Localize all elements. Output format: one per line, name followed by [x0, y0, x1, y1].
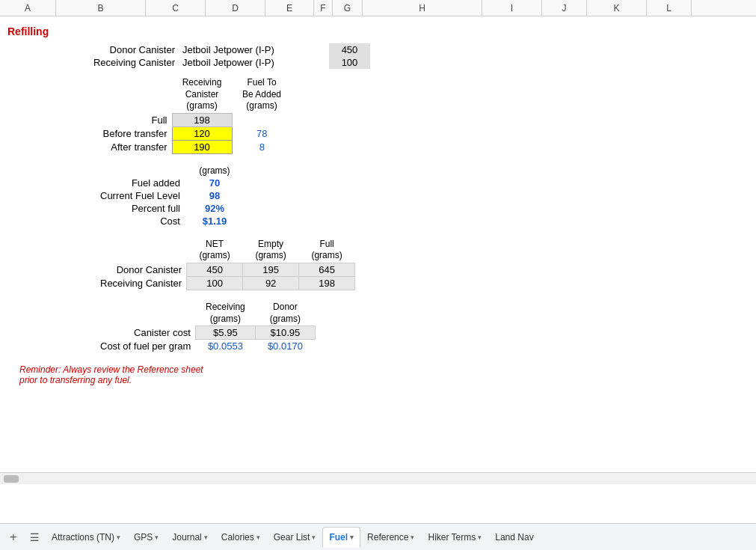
tab-landnav-label: Land Nav	[495, 532, 533, 543]
scrollbar-thumb[interactable]	[4, 475, 19, 483]
receiving-canister-name: Jetboil Jetpower (I-P)	[179, 56, 329, 69]
column-headers: A B C D E F G H I J K L	[0, 0, 756, 16]
tab-journal-label: Journal	[172, 532, 201, 543]
receiving-empty: 92	[243, 276, 299, 290]
tab-gps-arrow: ▾	[155, 534, 159, 541]
col-header-c: C	[146, 0, 206, 16]
reminder-line2: prior to transferring any fuel.	[19, 375, 756, 385]
reminder-line1: Reminder: Always review the Reference sh…	[19, 364, 756, 375]
tab-landnav[interactable]: Land Nav	[488, 527, 540, 548]
donor-canister-name: Jetboil Jetpower (I-P)	[179, 43, 329, 56]
donor-cost-header: Donor (grams)	[255, 301, 315, 326]
col2-header: Fuel To Be Added (grams)	[232, 76, 292, 113]
tab-reference[interactable]: Reference ▾	[360, 527, 421, 548]
cost-label: Cost	[97, 215, 185, 227]
tab-gearlist-arrow: ▾	[312, 534, 316, 541]
cost-per-gram-donor: $0.0170	[255, 340, 315, 353]
tab-calories-label: Calories	[221, 532, 254, 543]
tab-calories[interactable]: Calories ▾	[215, 527, 267, 548]
col-header-i: I	[482, 0, 542, 16]
col-header-g: G	[333, 0, 363, 16]
after-transfer-label: After transfer	[97, 140, 172, 153]
col-header-f: F	[314, 0, 333, 16]
empty-header: Empty (grams)	[243, 238, 299, 263]
tab-hikerterms-arrow: ▾	[478, 534, 482, 541]
grams-header: (grams)	[185, 165, 245, 177]
col-header-b: B	[56, 0, 146, 16]
tab-journal[interactable]: Journal ▾	[165, 527, 214, 548]
col-header-j: J	[542, 0, 587, 16]
donor-empty: 195	[243, 263, 299, 276]
receiving-canister-row-label: Receiving Canister	[97, 276, 187, 290]
tab-attractions-arrow: ▾	[117, 534, 120, 541]
full-header: Full (grams)	[299, 238, 355, 263]
col-header-d: D	[206, 0, 265, 16]
after-fuel-value: 8	[232, 140, 292, 153]
after-transfer-value[interactable]: 190	[172, 140, 232, 153]
sheet-menu-button[interactable]: ☰	[24, 527, 45, 548]
donor-canister-label: Donor Canister	[7, 43, 179, 56]
receiving-full: 198	[299, 276, 355, 290]
current-fuel-value: 98	[185, 189, 245, 202]
donor-canister-value: 450	[329, 43, 370, 56]
tab-journal-arrow: ▾	[204, 534, 208, 541]
before-transfer-label: Before transfer	[97, 126, 172, 140]
receiving-canister-label: Receiving Canister	[7, 56, 179, 69]
col-header-k: K	[587, 0, 647, 16]
col1-header: Receiving Canister (grams)	[172, 76, 232, 113]
sheet-content: Refilling Donor Canister Jetboil Jetpowe…	[0, 16, 756, 511]
fuel-added-label: Fuel added	[97, 177, 185, 189]
current-fuel-label: Current Fuel Level	[97, 189, 185, 202]
reminder-block: Reminder: Always review the Reference sh…	[19, 364, 756, 385]
tab-calories-arrow: ▾	[256, 534, 260, 541]
receiving-cost-header: Receiving (grams)	[195, 301, 255, 326]
donor-net: 450	[187, 263, 243, 276]
cost-value: $1.19	[185, 215, 245, 227]
full-value[interactable]: 198	[172, 113, 232, 126]
page-title: Refilling	[0, 22, 756, 43]
tab-gps[interactable]: GPS ▾	[127, 527, 165, 548]
tab-gearlist-label: Gear List	[274, 532, 310, 543]
tab-fuel-arrow: ▾	[350, 534, 354, 541]
receiving-canister-value: 100	[329, 56, 370, 69]
tab-attractions[interactable]: Attractions (TN) ▾	[45, 527, 127, 548]
tab-reference-label: Reference	[367, 532, 408, 543]
full-label: Full	[97, 113, 172, 126]
canister-cost-donor[interactable]: $10.95	[255, 326, 315, 340]
tab-bar: + ☰ Attractions (TN) ▾ GPS ▾ Journal ▾ C…	[0, 523, 756, 550]
percent-full-value: 92%	[185, 202, 245, 215]
add-sheet-button[interactable]: +	[3, 527, 24, 548]
tab-attractions-label: Attractions (TN)	[52, 532, 114, 543]
tab-hikerterms[interactable]: Hiker Terms ▾	[421, 527, 488, 548]
donor-canister-row-label: Donor Canister	[97, 263, 187, 276]
tab-gps-label: GPS	[134, 532, 153, 543]
tab-gearlist[interactable]: Gear List ▾	[267, 527, 323, 548]
cost-per-gram-label: Cost of fuel per gram	[97, 340, 195, 353]
receiving-net: 100	[187, 276, 243, 290]
col-header-h: H	[363, 0, 482, 16]
donor-full: 645	[299, 263, 355, 276]
before-transfer-value[interactable]: 120	[172, 126, 232, 140]
canister-cost-receiving[interactable]: $5.95	[195, 326, 255, 340]
col-header-l: L	[647, 0, 692, 16]
col-header-a: A	[0, 0, 56, 16]
cost-per-gram-receiving: $0.0553	[195, 340, 255, 353]
fuel-added-value: 70	[185, 177, 245, 189]
tab-hikerterms-label: Hiker Terms	[428, 532, 476, 543]
tab-fuel[interactable]: Fuel ▾	[322, 527, 360, 548]
canister-cost-label: Canister cost	[97, 326, 195, 340]
tab-fuel-label: Fuel	[329, 532, 348, 543]
tab-reference-arrow: ▾	[411, 534, 414, 541]
net-header: NET (grams)	[187, 238, 243, 263]
horizontal-scrollbar[interactable]	[0, 472, 756, 484]
percent-full-label: Percent full	[97, 202, 185, 215]
col-header-e: E	[265, 0, 314, 16]
before-fuel-value: 78	[232, 126, 292, 140]
